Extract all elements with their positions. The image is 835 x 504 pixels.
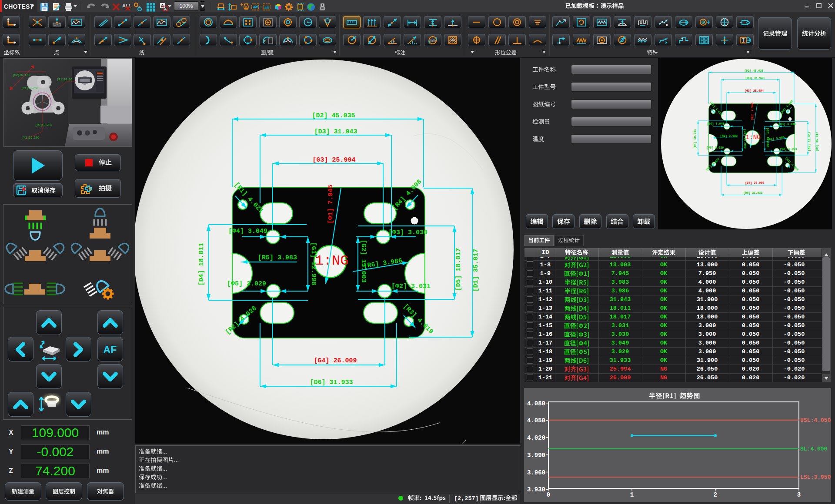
svg-text:[G4] 26.009: [G4] 26.009: [314, 357, 357, 365]
svg-text:AF: AF: [104, 344, 117, 355]
svg-text:[R1]19.06: [R1]19.06: [57, 78, 72, 81]
svg-text:MM: MM: [451, 39, 455, 42]
svg-text:[Φ5] 3.029: [Φ5] 3.029: [227, 280, 266, 288]
svg-text:1:NG: 1:NG: [315, 253, 349, 269]
svg-text:[P1]10.253: [P1]10.253: [21, 87, 38, 90]
svg-text:LSL:3.950: LSL:3.950: [800, 474, 831, 481]
svg-text:[D2] 45.035: [D2] 45.035: [312, 112, 355, 119]
svg-text:[D6] 31.933: [D6] 31.933: [310, 379, 353, 386]
svg-text:SL:4.000: SL:4.000: [800, 446, 828, 452]
svg-text:[Φ2] 3.031: [Φ2] 3.031: [391, 283, 431, 290]
svg-text:[Φ3] 3.030: [Φ3] 3.030: [388, 229, 428, 236]
svg-text:3.930: 3.930: [527, 486, 545, 493]
svg-text:[G1] 12.998: [G1] 12.998: [310, 242, 317, 285]
svg-text:[D1] 35.017: [D1] 35.017: [472, 249, 480, 292]
svg-text:4.020: 4.020: [527, 434, 545, 441]
svg-text:θ: θ: [393, 40, 395, 43]
svg-text:mm: mm: [430, 38, 436, 43]
svg-text:4.080: 4.080: [527, 400, 545, 407]
svg-text:[D3] 31.943: [D3] 31.943: [314, 128, 357, 136]
svg-text:0: 0: [547, 491, 550, 498]
svg-text:[D4] 18.011: [D4] 18.011: [198, 242, 205, 285]
svg-text:3.990: 3.990: [527, 452, 545, 459]
svg-text:2: 2: [714, 491, 717, 498]
svg-text:[R3]10.253: [R3]10.253: [35, 124, 52, 127]
svg-text:[Φ4] 3.049: [Φ4] 3.049: [228, 228, 267, 235]
svg-text:4.050: 4.050: [527, 417, 545, 424]
svg-text:1: 1: [630, 491, 634, 498]
svg-text:[G3] 25.994: [G3] 25.994: [312, 156, 355, 164]
svg-text:[R5] 3.983: [R5] 3.983: [258, 254, 297, 262]
svg-text:[X1]26.306: [X1]26.306: [22, 136, 39, 139]
svg-text:[D5] 18.017: [D5] 18.017: [455, 248, 462, 291]
svg-text:USL:4.050: USL:4.050: [800, 417, 831, 424]
svg-text:[G2] 13.003: [G2] 13.003: [360, 239, 367, 282]
svg-text:3.960: 3.960: [527, 469, 545, 476]
svg-text:A: A: [164, 7, 167, 11]
svg-text:3: 3: [797, 491, 801, 498]
svg-text:[D2]26.178: [D2]26.178: [13, 74, 30, 77]
svg-text:[Φ1] 7.945: [Φ1] 7.945: [327, 185, 334, 224]
